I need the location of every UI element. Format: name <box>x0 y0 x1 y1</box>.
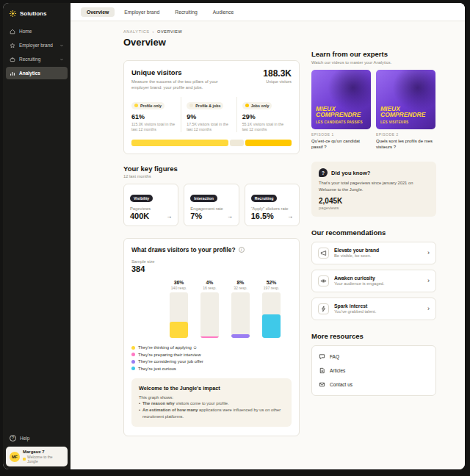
chevron-right-icon: › <box>427 249 430 256</box>
did-you-know-value-label: pageviews <box>319 206 429 210</box>
unique-visitors-stacked-bar <box>131 140 292 146</box>
recommendation-elevate-brand[interactable]: Elevate your brand Be visible, be seen. … <box>311 242 436 264</box>
tab-overview[interactable]: Overview <box>81 7 115 17</box>
experts-subtitle: Watch our videos to master your Analytic… <box>311 60 436 65</box>
sidebar-bottom: ? Help MF Margaux 7 Welcome to the Jungl… <box>3 429 70 469</box>
breadcrumb-current: OVERVIEW <box>157 29 182 34</box>
legend-item: They're considering your job offer <box>131 359 292 364</box>
key-figure-label: Engagement rate <box>190 206 232 211</box>
star-icon <box>10 43 15 48</box>
arrow-right-icon[interactable]: → <box>287 213 293 220</box>
arrow-right-icon[interactable]: → <box>166 213 172 220</box>
help-label: Help <box>20 436 29 441</box>
video-episode-2[interactable]: MieuxComprendre LES VISITEURS EPISODE 2 … <box>376 70 435 150</box>
bar-track <box>262 292 281 338</box>
segment-detail: 115.3K visitors total in the last 12 mon… <box>131 122 176 132</box>
sidebar-item-employer-brand[interactable]: Employer brand <box>6 39 68 51</box>
sidebar-item-recruiting[interactable]: Recruiting <box>6 53 68 65</box>
key-figure-badge: Recruiting <box>251 195 278 202</box>
video-episode-label: EPISODE 1 <box>311 133 371 137</box>
arrow-right-icon[interactable]: → <box>227 213 233 220</box>
breadcrumb: ANALYTICS › OVERVIEW <box>123 29 465 34</box>
sidebar-item-analytics[interactable]: Analytics <box>6 67 68 79</box>
bar-fill <box>262 314 281 338</box>
recommendations-title: Our recommendations <box>311 228 436 237</box>
recommendation-spark-interest[interactable]: Spark interest You've grabbed talent. › <box>311 298 436 320</box>
visitors-chart-card: What draws visitors to your profile? i S… <box>123 238 300 436</box>
segment-pct: 9% <box>187 113 231 120</box>
right-column: Learn from our experts Watch our videos … <box>311 50 436 436</box>
home-icon <box>10 29 15 35</box>
info-icon[interactable]: i <box>239 247 245 253</box>
sample-size-label: Sample size <box>131 259 292 264</box>
chevron-right-icon: › <box>427 277 430 284</box>
video-title: Qu'est-ce qu'un candidat passif ? <box>311 138 371 150</box>
user-menu[interactable]: MF Margaux 7 Welcome to the Jungle <box>6 447 68 466</box>
tab-employer-brand[interactable]: Employer brand <box>118 7 165 17</box>
left-column: Unique visitors Measure the success of t… <box>123 50 300 436</box>
video-episode-1[interactable]: MieuxComprendre LES CANDIDATS PASSIFS EP… <box>311 70 371 150</box>
tab-recruiting[interactable]: Recruiting <box>169 7 203 17</box>
segment-detail: 55.1K visitors total in the last 12 mont… <box>242 122 286 132</box>
help-button[interactable]: ? Help <box>6 432 68 444</box>
chevron-right-icon: › <box>427 305 430 312</box>
key-figure-interaction[interactable]: Interaction Engagement rate 7% → <box>184 184 239 226</box>
bar-fill <box>231 334 250 338</box>
video-thumbnail[interactable]: MieuxComprendre LES VISITEURS <box>376 70 435 129</box>
unique-visitors-total: 188.3K <box>263 68 292 79</box>
resource-articles[interactable]: Articles <box>319 364 429 378</box>
legend-label: They're just curious <box>138 367 176 371</box>
recommendation-awaken-curiosity[interactable]: Awaken curiosity Your audience is engage… <box>311 270 436 292</box>
video-episode-label: EPISODE 2 <box>376 133 435 137</box>
legend-label: They're thinking of applying ☺ <box>138 345 198 350</box>
unique-visitors-title: Unique visitors <box>131 68 228 76</box>
recommendation-subtitle: Your audience is engaged. <box>334 281 384 286</box>
segment-pct: 61% <box>131 113 176 120</box>
resource-contact-us[interactable]: Contact us <box>319 378 429 392</box>
key-figure-value: 7% <box>190 212 202 220</box>
video-thumbnail[interactable]: MieuxComprendre LES CANDIDATS PASSIFS <box>311 70 371 129</box>
recommendation-title: Awaken curiosity <box>334 275 384 281</box>
key-figure-visibility[interactable]: Visibility Pageviews 400K → <box>123 184 178 226</box>
segment-jobs-only: Jobs only 29% 55.1K visitors total in th… <box>236 97 292 132</box>
user-org: Welcome to the Jungle <box>27 455 64 464</box>
page-title: Overview <box>123 37 465 48</box>
document-icon <box>319 367 325 374</box>
tab-audience[interactable]: Audience <box>207 7 239 17</box>
segment-label: Profile only <box>140 104 162 108</box>
legend-item: They're preparing their interview <box>131 353 292 357</box>
key-figure-recruiting[interactable]: Recruiting “Apply” clickers rate 16.5% → <box>245 184 300 226</box>
unique-visitors-card: Unique visitors Measure the success of t… <box>123 60 300 154</box>
bar-resp-label: 197 resp. <box>262 286 281 290</box>
segment-label: Jobs only <box>251 104 270 108</box>
experts-title: Learn from our experts <box>311 50 436 58</box>
segment-profile-and-jobs: Profile & jobs 9% 17.5K visitors total i… <box>181 97 236 132</box>
bar-chart-icon <box>10 71 15 76</box>
app-window: Solutions Home Employer brand Recruiting… <box>3 3 465 469</box>
resource-faq[interactable]: FAQ <box>319 350 429 364</box>
did-you-know-text: That's your total pageviews since januar… <box>319 180 429 192</box>
segment-dot <box>134 104 138 107</box>
eye-icon <box>318 275 329 286</box>
video-title: Quels sont les profils de mes visiteurs … <box>376 138 435 150</box>
bar-pct-label: 4% <box>200 280 219 285</box>
resources-card: FAQ Articles Contact us <box>311 345 436 396</box>
breadcrumb-separator-icon: › <box>153 29 154 34</box>
segment-pct: 29% <box>242 113 286 120</box>
key-figure-badge: Visibility <box>130 195 153 202</box>
legend-dot <box>131 353 135 356</box>
impact-bullet: •The reason why visitors come to your pr… <box>139 400 284 407</box>
spark-icon <box>318 303 329 314</box>
recommendation-subtitle: You've grabbed talent. <box>334 309 376 314</box>
bar-resp-label: 32 resp. <box>231 286 250 290</box>
bar-track <box>231 292 250 338</box>
bar-fill <box>170 322 188 338</box>
question-bubble-icon: ? <box>319 168 328 177</box>
impact-bullet: •An estimation of how many applications … <box>139 407 284 419</box>
sidebar-item-home[interactable]: Home <box>6 25 68 37</box>
sidebar-item-label: Analytics <box>19 71 40 76</box>
breadcrumb-section[interactable]: ANALYTICS <box>123 29 150 34</box>
impact-box: Welcome to the Jungle's impact This grap… <box>131 378 292 427</box>
bar-column: 36% 140 resp. <box>170 280 188 338</box>
visitors-bar-chart: 36% 140 resp. 4% 16 resp. 8% <box>170 280 292 338</box>
